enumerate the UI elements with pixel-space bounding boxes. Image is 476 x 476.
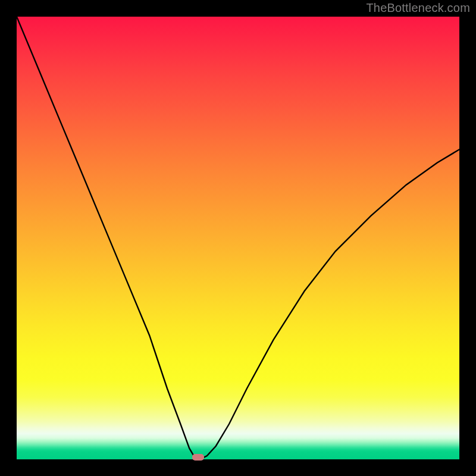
chart-frame: TheBottleneck.com xyxy=(0,0,476,476)
watermark-text: TheBottleneck.com xyxy=(366,1,470,15)
optimal-point-marker xyxy=(192,454,204,461)
bottleneck-curve xyxy=(17,17,459,459)
gradient-plot-area xyxy=(17,17,459,459)
